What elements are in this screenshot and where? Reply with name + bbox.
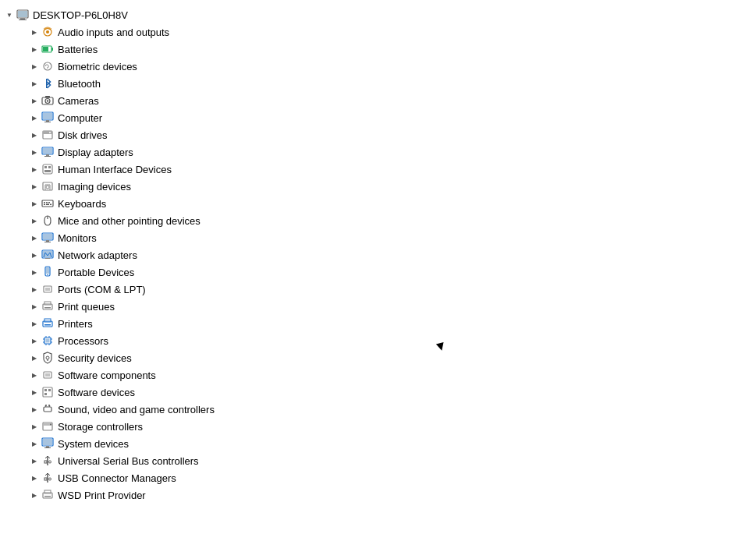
- item-label-0: Audio inputs and outputs: [58, 27, 169, 38]
- tree-item-9[interactable]: Imaging devices: [0, 178, 756, 195]
- chevron-11[interactable]: [28, 214, 41, 227]
- svg-rect-17: [46, 120, 49, 122]
- tree-item-17[interactable]: Printers: [0, 315, 756, 332]
- svg-rect-3: [19, 19, 27, 20]
- chevron-7[interactable]: [28, 146, 41, 158]
- item-label-15: Ports (COM & LPT): [58, 284, 146, 295]
- svg-rect-33: [44, 202, 45, 203]
- svg-point-21: [49, 132, 51, 133]
- item-icon-5: [41, 111, 55, 125]
- svg-rect-38: [50, 204, 51, 206]
- chevron-15[interactable]: [28, 283, 41, 295]
- item-icon-2: [41, 59, 55, 73]
- chevron-24[interactable]: [28, 437, 41, 450]
- chevron-16[interactable]: [28, 300, 41, 313]
- tree-item-15[interactable]: Ports (COM & LPT): [0, 281, 756, 298]
- tree-item-21[interactable]: Software devices: [0, 384, 756, 401]
- tree-item-18[interactable]: Processors: [0, 332, 756, 349]
- chevron-4[interactable]: [28, 94, 41, 107]
- tree-item-12[interactable]: Monitors: [0, 229, 756, 246]
- tree-item-2[interactable]: Biometric devices: [0, 58, 756, 75]
- item-icon-11: [41, 214, 55, 228]
- item-label-21: Software devices: [58, 387, 135, 398]
- tree-item-4[interactable]: Cameras: [0, 92, 756, 109]
- item-label-16: Print queues: [58, 301, 115, 313]
- chevron-17[interactable]: [28, 317, 41, 330]
- item-label-26: USB Connector Managers: [58, 472, 176, 484]
- chevron-8[interactable]: [28, 163, 41, 175]
- svg-rect-10: [46, 79, 48, 88]
- chevron-0[interactable]: [28, 26, 41, 38]
- root-label: DESKTOP-P6L0H8V: [33, 9, 128, 21]
- tree-item-7[interactable]: Display adapters: [0, 143, 756, 161]
- chevron-5[interactable]: [28, 111, 41, 124]
- item-icon-15: [41, 282, 55, 296]
- item-icon-6: [41, 128, 55, 142]
- tree-item-10[interactable]: Keyboards: [0, 195, 756, 212]
- tree-item-8[interactable]: Human Interface Devices: [0, 161, 756, 178]
- svg-rect-18: [44, 122, 51, 122]
- svg-point-13: [47, 100, 48, 101]
- svg-point-49: [47, 274, 48, 276]
- chevron-14[interactable]: [28, 266, 41, 278]
- chevron-27[interactable]: [28, 489, 41, 501]
- chevron-20[interactable]: [28, 369, 41, 381]
- tree-item-26[interactable]: USB Connector Managers: [0, 469, 756, 486]
- tree-item-1[interactable]: Batteries: [0, 41, 756, 58]
- chevron-26[interactable]: [28, 472, 41, 484]
- chevron-18[interactable]: [28, 334, 41, 347]
- chevron-23[interactable]: [28, 420, 41, 433]
- svg-point-83: [45, 405, 47, 406]
- svg-rect-1: [18, 11, 27, 17]
- tree-item-14[interactable]: Portable Devices: [0, 263, 756, 281]
- chevron-2[interactable]: [28, 60, 41, 72]
- chevron-21[interactable]: [28, 386, 41, 398]
- item-label-13: Network adapters: [58, 249, 137, 261]
- chevron-1[interactable]: [28, 43, 41, 55]
- chevron-9[interactable]: [28, 180, 41, 193]
- item-icon-0: [41, 25, 55, 39]
- svg-rect-59: [44, 324, 51, 326]
- chevron-3[interactable]: [28, 77, 41, 90]
- tree-item-25[interactable]: Universal Serial Bus controllers: [0, 452, 756, 469]
- chevron-13[interactable]: [28, 249, 41, 261]
- chevron-19[interactable]: [28, 352, 41, 364]
- item-icon-19: [41, 351, 55, 365]
- svg-point-97: [49, 478, 51, 480]
- tree-item-0[interactable]: Audio inputs and outputs: [0, 23, 756, 41]
- tree-item-23[interactable]: Storage controllers: [0, 418, 756, 435]
- item-label-20: Software components: [58, 369, 156, 381]
- item-icon-10: [41, 196, 55, 210]
- tree-item-13[interactable]: Network adapters: [0, 246, 756, 263]
- chevron-22[interactable]: [28, 403, 41, 415]
- svg-rect-2: [20, 18, 25, 19]
- tree-item-3[interactable]: Bluetooth: [0, 75, 756, 92]
- tree-item-27[interactable]: WSD Print Provider: [0, 486, 756, 504]
- tree-item-11[interactable]: Mice and other pointing devices: [0, 212, 756, 229]
- item-icon-25: [41, 454, 55, 468]
- item-icon-18: [41, 334, 55, 348]
- chevron-6[interactable]: [28, 129, 41, 141]
- svg-rect-29: [44, 170, 51, 172]
- svg-rect-20: [43, 131, 52, 134]
- root-chevron[interactable]: [3, 9, 16, 21]
- tree-item-22[interactable]: Sound, video and game controllers: [0, 401, 756, 418]
- tree-children: Audio inputs and outputsBatteriesBiometr…: [0, 23, 756, 504]
- tree-item-6[interactable]: Disk drives: [0, 126, 756, 143]
- tree-item-24[interactable]: System devices: [0, 435, 756, 452]
- svg-rect-80: [44, 407, 51, 412]
- root-node[interactable]: DESKTOP-P6L0H8V: [0, 6, 756, 23]
- svg-rect-42: [46, 240, 49, 242]
- tree-item-5[interactable]: Computer: [0, 109, 756, 126]
- tree-item-16[interactable]: Print queues: [0, 298, 756, 315]
- chevron-12[interactable]: [28, 232, 41, 244]
- chevron-10[interactable]: [28, 197, 41, 210]
- tree-item-19[interactable]: Security devices: [0, 349, 756, 366]
- item-icon-20: [41, 368, 55, 382]
- tree-item-20[interactable]: Software components: [0, 366, 756, 384]
- item-icon-9: [41, 179, 55, 193]
- item-label-17: Printers: [58, 318, 93, 330]
- svg-rect-35: [48, 202, 50, 203]
- item-label-23: Storage controllers: [58, 421, 143, 433]
- chevron-25[interactable]: [28, 454, 41, 467]
